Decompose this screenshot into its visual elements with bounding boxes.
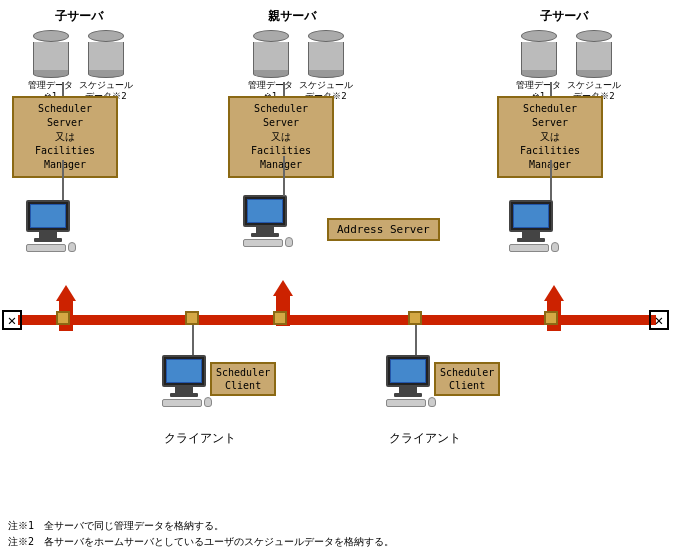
node-client-right [408, 311, 422, 325]
center-mouse [285, 237, 293, 247]
right-keyboard [509, 244, 549, 252]
right-client-keyboard [386, 399, 426, 407]
left-scheduler-client: SchedulerClient [210, 362, 276, 396]
right-db2: スケジュールデータ※2 [567, 30, 621, 102]
left-computer [26, 200, 70, 252]
node-left [56, 311, 70, 325]
left-arrowhead [56, 285, 76, 301]
right-client-computer [386, 355, 430, 407]
left-screen [30, 204, 66, 228]
center-db2-bottom [308, 70, 344, 78]
center-db-connector [283, 82, 285, 96]
left-db1: 管理データ※1 [28, 30, 73, 102]
left-client-mouse [204, 397, 212, 407]
node-client-left [185, 311, 199, 325]
center-computer [243, 195, 287, 247]
left-db1-bottom [33, 70, 69, 78]
left-db1-body [33, 42, 69, 70]
footer-note1: 注※1 全サーバで同じ管理データを格納する。 [8, 518, 394, 534]
node-center [273, 311, 287, 325]
center-scheduler-server: Scheduler Server又はFacilities Manager [228, 96, 334, 178]
right-client-monitor [386, 355, 430, 387]
right-client-screen [390, 359, 426, 383]
address-server-box: Address Server [327, 218, 440, 241]
left-client-screen [166, 359, 202, 383]
footer-notes: 注※1 全サーバで同じ管理データを格納する。 注※2 各サーバをホームサーバとし… [8, 518, 394, 550]
right-db-group: 管理データ※1 スケジュールデータ※2 [516, 30, 621, 102]
right-arrowhead [544, 285, 564, 301]
center-monitor [243, 195, 287, 227]
right-db1-top [521, 30, 557, 42]
right-scheduler-client: SchedulerClient [434, 362, 500, 396]
left-db-group: 管理データ※1 スケジュールデータ※2 [28, 30, 133, 102]
right-monitor [509, 200, 553, 232]
right-mouse [551, 242, 559, 252]
left-db2: スケジュールデータ※2 [79, 30, 133, 102]
left-keyboard [26, 244, 66, 252]
left-client-monitor [162, 355, 206, 387]
right-col-label: 子サーバ [540, 8, 588, 25]
left-client-computer [162, 355, 206, 407]
terminator-left: ✕ [2, 310, 22, 330]
center-col-label: 親サーバ [268, 8, 316, 25]
left-monitor [26, 200, 70, 232]
right-db1-body [521, 42, 557, 70]
center-arrowhead [273, 280, 293, 296]
left-mouse [68, 242, 76, 252]
right-client-label: クライアント [385, 430, 465, 447]
terminator-right: ✕ [649, 310, 669, 330]
diagram: 子サーバ 親サーバ 子サーバ 管理データ※1 スケジュールデータ※2 管理データ… [0, 0, 675, 520]
center-db2: スケジュールデータ※2 [299, 30, 353, 102]
right-screen [513, 204, 549, 228]
center-db2-top [308, 30, 344, 42]
left-client-vline [192, 325, 194, 355]
left-srv-to-comp [62, 160, 64, 200]
left-db-connector [62, 82, 64, 96]
node-right [544, 311, 558, 325]
center-srv-to-comp [283, 156, 285, 196]
right-client-vline [415, 325, 417, 355]
left-db2-top [88, 30, 124, 42]
right-db1-bottom [521, 70, 557, 78]
right-db1: 管理データ※1 [516, 30, 561, 102]
center-db1-top [253, 30, 289, 42]
center-screen [247, 199, 283, 223]
right-db2-top [576, 30, 612, 42]
center-db2-body [308, 42, 344, 70]
center-db-group: 管理データ※1 スケジュールデータ※2 [248, 30, 353, 102]
right-db-connector [550, 82, 552, 96]
center-db1-body [253, 42, 289, 70]
left-db2-body [88, 42, 124, 70]
right-computer [509, 200, 553, 252]
left-client-label: クライアント [160, 430, 240, 447]
left-db1-top [33, 30, 69, 42]
right-client-mouse [428, 397, 436, 407]
right-srv-to-comp [550, 160, 552, 200]
left-col-label: 子サーバ [55, 8, 103, 25]
left-client-keyboard [162, 399, 202, 407]
center-db1-bottom [253, 70, 289, 78]
left-scheduler-server: Scheduler Server又はFacilities Manager [12, 96, 118, 178]
left-db2-bottom [88, 70, 124, 78]
footer-note2: 注※2 各サーバをホームサーバとしているユーザのスケジュールデータを格納する。 [8, 534, 394, 550]
center-db1: 管理データ※1 [248, 30, 293, 102]
right-db2-body [576, 42, 612, 70]
network-hline [18, 315, 656, 325]
center-keyboard [243, 239, 283, 247]
right-db2-bottom [576, 70, 612, 78]
